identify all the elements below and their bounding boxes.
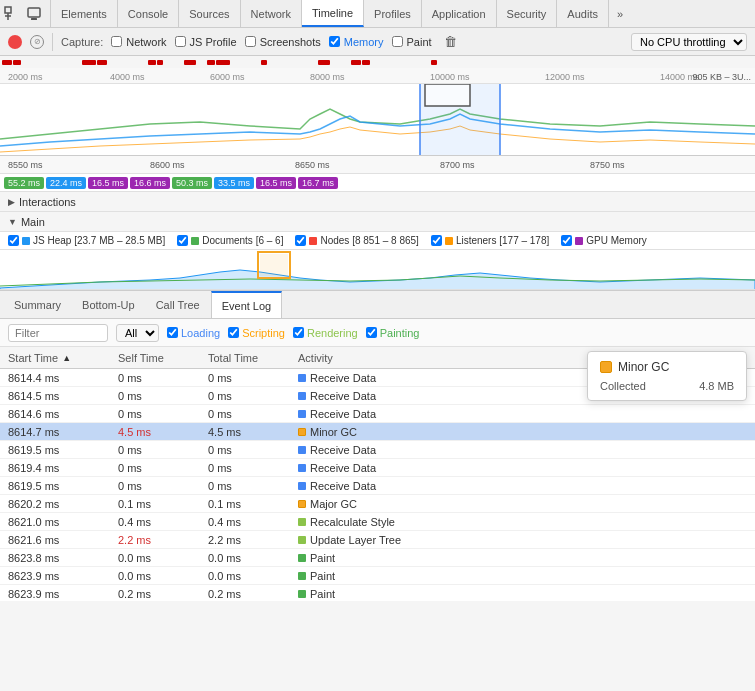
- legend-listeners-checkbox[interactable]: [431, 235, 442, 246]
- table-row[interactable]: 8621.0 ms 0.4 ms 0.4 ms Recalculate Styl…: [0, 513, 755, 531]
- legend-nodes: Nodes [8 851 – 8 865]: [295, 235, 418, 246]
- filter-input[interactable]: [8, 324, 108, 342]
- table-row[interactable]: 8623.9 ms 0.0 ms 0.0 ms Paint: [0, 567, 755, 585]
- cell-activity-5: Receive Data: [290, 462, 755, 474]
- cell-activity-8: Recalculate Style: [290, 516, 755, 528]
- cell-start-12: 8623.9 ms: [0, 588, 110, 600]
- cell-activity-7: Major GC: [290, 498, 755, 510]
- legend-nodes-checkbox[interactable]: [295, 235, 306, 246]
- detail-ruler: 8550 ms 8600 ms 8650 ms 8700 ms 8750 ms: [0, 156, 755, 174]
- tab-application[interactable]: Application: [422, 0, 497, 27]
- clear-button[interactable]: ⊘: [30, 35, 44, 49]
- memory-checkbox[interactable]: [329, 36, 340, 47]
- table-row[interactable]: 8619.4 ms 0 ms 0 ms Receive Data: [0, 459, 755, 477]
- ruler-tick-6000: 6000 ms: [210, 72, 245, 82]
- col-header-self-time: Self Time: [110, 352, 200, 364]
- ruler-tick-12000: 12000 ms: [545, 72, 585, 82]
- loading-filter: Loading: [167, 327, 220, 339]
- legend: JS Heap [23.7 MB – 28.5 MB] Documents [6…: [0, 232, 755, 250]
- tab-profiles[interactable]: Profiles: [364, 0, 422, 27]
- network-checkbox[interactable]: [111, 36, 122, 47]
- activity-text-10: Paint: [310, 552, 335, 564]
- table-row[interactable]: 8623.8 ms 0.0 ms 0.0 ms Paint: [0, 549, 755, 567]
- painting-checkbox[interactable]: [366, 327, 377, 338]
- col-header-total-time: Total Time: [200, 352, 290, 364]
- detail-tick-8600: 8600 ms: [150, 160, 185, 170]
- rendering-checkbox[interactable]: [293, 327, 304, 338]
- record-button[interactable]: [8, 35, 22, 49]
- table-row[interactable]: 8623.9 ms 0.2 ms 0.2 ms Paint: [0, 585, 755, 601]
- sort-arrow: ▲: [62, 353, 71, 363]
- throttle-select[interactable]: No CPU throttling: [631, 33, 747, 51]
- activity-dot-11: [298, 572, 306, 580]
- detail-tick-8550: 8550 ms: [8, 160, 43, 170]
- scripting-checkbox[interactable]: [228, 327, 239, 338]
- timing-22: 22.4 ms: [46, 177, 86, 189]
- activity-text-11: Paint: [310, 570, 335, 582]
- table-row[interactable]: 8614.6 ms 0 ms 0 ms Receive Data: [0, 405, 755, 423]
- svg-rect-4: [31, 18, 37, 20]
- gc-collected-label: Collected: [600, 380, 646, 392]
- tab-elements[interactable]: Elements: [50, 0, 118, 27]
- cell-activity-11: Paint: [290, 570, 755, 582]
- loading-checkbox[interactable]: [167, 327, 178, 338]
- cell-self-0: 0 ms: [110, 372, 200, 384]
- screenshots-checkbox[interactable]: [245, 36, 256, 47]
- activity-dot-6: [298, 482, 306, 490]
- cell-start-4: 8619.5 ms: [0, 444, 110, 456]
- cell-total-6: 0 ms: [200, 480, 290, 492]
- legend-gpu-checkbox[interactable]: [561, 235, 572, 246]
- activity-text-0: Receive Data: [310, 372, 376, 384]
- cell-self-2: 0 ms: [110, 408, 200, 420]
- paint-label: Paint: [407, 36, 432, 48]
- js-profile-checkbox[interactable]: [175, 36, 186, 47]
- ruler-tick-10000: 10000 ms: [430, 72, 470, 82]
- table-row[interactable]: 8619.5 ms 0 ms 0 ms Receive Data: [0, 477, 755, 495]
- memory-chart-svg: [0, 250, 755, 290]
- svg-rect-3: [28, 8, 40, 17]
- table-row[interactable]: 8621.6 ms 2.2 ms 2.2 ms Update Layer Tre…: [0, 531, 755, 549]
- activity-dot-8: [298, 518, 306, 526]
- screenshots-label: Screenshots: [260, 36, 321, 48]
- cell-self-5: 0 ms: [110, 462, 200, 474]
- table-row[interactable]: 8614.7 ms 4.5 ms 4.5 ms Minor GC: [0, 423, 755, 441]
- nav-more-button[interactable]: »: [609, 8, 631, 20]
- tab-audits[interactable]: Audits: [557, 0, 609, 27]
- paint-checkbox[interactable]: [392, 36, 403, 47]
- legend-gpu: GPU Memory: [561, 235, 647, 246]
- filter-select[interactable]: All: [116, 324, 159, 342]
- tab-console[interactable]: Console: [118, 0, 179, 27]
- table-row[interactable]: 8619.5 ms 0 ms 0 ms Receive Data: [0, 441, 755, 459]
- legend-gpu-dot: [575, 237, 583, 245]
- tab-timeline[interactable]: Timeline: [302, 0, 364, 27]
- table-row[interactable]: 8620.2 ms 0.1 ms 0.1 ms Major GC: [0, 495, 755, 513]
- gc-dot: [600, 361, 612, 373]
- legend-listeners-label: Listeners [177 – 178]: [456, 235, 549, 246]
- legend-js-heap-checkbox[interactable]: [8, 235, 19, 246]
- trash-button[interactable]: 🗑: [444, 34, 457, 49]
- waveform-area[interactable]: [0, 84, 755, 156]
- cell-activity-6: Receive Data: [290, 480, 755, 492]
- main-section-header[interactable]: ▼ Main: [0, 212, 755, 232]
- device-icon[interactable]: [26, 6, 42, 22]
- tab-bottom-up[interactable]: Bottom-Up: [72, 291, 146, 318]
- interactions-section-header[interactable]: ▶ Interactions: [0, 192, 755, 212]
- legend-documents-dot: [191, 237, 199, 245]
- cell-total-4: 0 ms: [200, 444, 290, 456]
- network-label: Network: [126, 36, 166, 48]
- tab-sources[interactable]: Sources: [179, 0, 240, 27]
- tab-network[interactable]: Network: [241, 0, 302, 27]
- gc-tooltip-title-text: Minor GC: [618, 360, 669, 374]
- cell-start-10: 8623.8 ms: [0, 552, 110, 564]
- inspect-icon[interactable]: [4, 6, 20, 22]
- tab-event-log[interactable]: Event Log: [211, 291, 283, 318]
- legend-documents-checkbox[interactable]: [177, 235, 188, 246]
- tab-call-tree[interactable]: Call Tree: [146, 291, 211, 318]
- activity-text-7: Major GC: [310, 498, 357, 510]
- timing-50: 50.3 ms: [172, 177, 212, 189]
- tab-security[interactable]: Security: [497, 0, 558, 27]
- col-header-start-time: Start Time ▲: [0, 352, 110, 364]
- devtools-icons: [4, 6, 42, 22]
- toolbar-separator: [52, 33, 53, 51]
- tab-summary[interactable]: Summary: [4, 291, 72, 318]
